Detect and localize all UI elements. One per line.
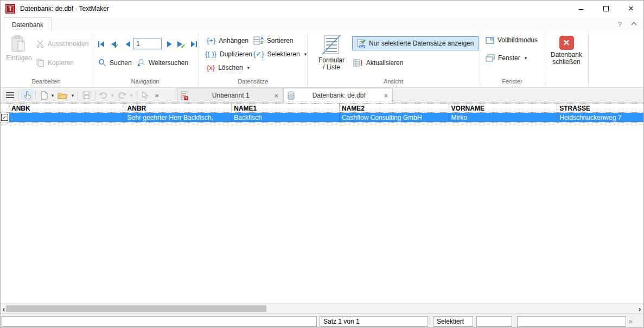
column-header-anbr[interactable]: ANBR bbox=[125, 104, 232, 112]
fenster-button[interactable]: Fenster ▾ bbox=[486, 54, 527, 62]
chevron-down-icon: ▾ bbox=[247, 65, 250, 70]
collapse-ribbon-button[interactable] bbox=[631, 22, 637, 25]
status-panel-record-count: Satz 1 von 1 bbox=[320, 316, 428, 327]
cell-name1[interactable]: Backfisch bbox=[232, 113, 340, 122]
minimize-icon: – bbox=[579, 6, 583, 11]
help-button[interactable]: ? bbox=[618, 20, 622, 28]
column-header-vorname[interactable]: VORNAME bbox=[449, 104, 558, 112]
sortieren-button[interactable]: AZ Sortieren bbox=[253, 36, 293, 45]
delete-record-icon: {x} bbox=[207, 63, 215, 72]
database-icon bbox=[287, 91, 295, 100]
toolbar-overflow-button[interactable]: » bbox=[152, 89, 161, 101]
loeschen-button[interactable]: {x} Löschen ▾ bbox=[207, 63, 250, 72]
horizontal-scrollbar[interactable]: ‹ › bbox=[1, 303, 643, 313]
toolbar-separator bbox=[35, 91, 36, 99]
suchen-label: Suchen bbox=[110, 59, 132, 67]
vollbildmodus-button[interactable]: Vollbildmodus bbox=[486, 36, 538, 44]
tab-unbenannt-1[interactable]: T Unbenannt 1 × bbox=[177, 88, 283, 103]
nur-selektierte-anzeigen-toggle[interactable]: Nur selektierte Datensätze anzeigen bbox=[352, 36, 479, 50]
status-panel-selektiert[interactable]: Selektiert bbox=[433, 316, 473, 327]
anhaengen-button[interactable]: {+} Anhängen bbox=[207, 36, 248, 44]
maximize-button[interactable] bbox=[594, 1, 619, 17]
ausschneiden-button[interactable]: Ausschneiden bbox=[36, 40, 88, 48]
scroll-right-arrow[interactable]: › bbox=[636, 304, 643, 313]
textmaker-document-icon: T bbox=[181, 91, 188, 100]
menu-button[interactable] bbox=[4, 89, 16, 101]
table-row[interactable]: ✓ Sehr geehrter Herr Backfisch, Backfisc… bbox=[1, 113, 643, 123]
sortieren-label: Sortieren bbox=[267, 37, 294, 44]
maximize-icon bbox=[603, 6, 609, 11]
last-record-button[interactable] bbox=[189, 38, 199, 49]
save-button[interactable] bbox=[80, 89, 92, 101]
close-database-icon: ✕ bbox=[559, 36, 574, 50]
cell-strasse[interactable]: Heidschnuckenweg 7 bbox=[557, 113, 643, 122]
tab-close-icon[interactable]: × bbox=[382, 92, 389, 100]
column-header-name2[interactable]: NAME2 bbox=[340, 104, 449, 112]
hand-icon bbox=[24, 91, 31, 99]
group-separator bbox=[588, 34, 589, 86]
vollbildmodus-label: Vollbildmodus bbox=[498, 36, 538, 44]
open-document-button[interactable] bbox=[56, 89, 69, 101]
new-document-dropdown[interactable]: ▾ bbox=[49, 89, 55, 101]
redo-dropdown[interactable]: ▾ bbox=[127, 89, 134, 101]
next-record-button[interactable] bbox=[164, 38, 174, 49]
undo-dropdown[interactable]: ▾ bbox=[109, 89, 115, 101]
duplizieren-button[interactable]: {( )} Duplizieren bbox=[205, 50, 252, 58]
ribbon: Einfügen Ausschneiden Kopieren Bearbeite… bbox=[1, 31, 643, 88]
selektieren-button[interactable]: {✓} Selektieren ▾ bbox=[253, 50, 307, 58]
grid-header-row: ANBK ANBR NAME1 NAME2 VORNAME STRASSE bbox=[1, 103, 643, 113]
touch-mode-button[interactable] bbox=[21, 89, 33, 101]
previous-record-button[interactable] bbox=[123, 38, 132, 49]
status-panel-empty-2 bbox=[517, 316, 626, 327]
suchen-button[interactable]: Suchen bbox=[98, 59, 132, 67]
kopieren-label: Kopieren bbox=[48, 59, 74, 67]
next-record-icon bbox=[167, 41, 173, 48]
chevron-down-icon: ▾ bbox=[111, 93, 114, 98]
minimize-button[interactable]: – bbox=[569, 1, 594, 17]
tab-close-icon[interactable]: × bbox=[273, 92, 279, 100]
weitersuchen-button[interactable]: Weitersuchen bbox=[137, 59, 188, 67]
datenbank-schliessen-button[interactable]: ✕ Datenbank schließen bbox=[545, 36, 588, 66]
tab-datenbank-de-dbf[interactable]: Datenbank: de.dbf × bbox=[283, 88, 393, 103]
new-document-button[interactable] bbox=[39, 89, 49, 101]
aktualisieren-button[interactable]: ! Aktualisieren bbox=[353, 59, 403, 67]
cell-anbr[interactable]: Sehr geehrter Herr Backfisch, bbox=[125, 113, 232, 122]
redo-button[interactable] bbox=[117, 89, 127, 101]
scissors-icon bbox=[36, 40, 44, 48]
cell-name2[interactable]: Cashflow Consulting GmbH bbox=[340, 113, 449, 122]
next-selected-record-button[interactable]: ✓ bbox=[175, 38, 185, 49]
record-navigation: ✓ ✓ bbox=[96, 38, 199, 50]
chevron-down-icon: ▾ bbox=[72, 93, 74, 98]
record-selector-cell[interactable]: ✓ bbox=[1, 113, 9, 122]
last-record-icon bbox=[190, 41, 197, 48]
kopieren-button[interactable]: Kopieren bbox=[36, 59, 74, 67]
group-label-ansicht: Ansicht bbox=[307, 78, 480, 85]
column-header-strasse[interactable]: STRASSE bbox=[557, 104, 643, 112]
cell-anbk[interactable] bbox=[9, 113, 125, 122]
close-icon: × bbox=[628, 4, 633, 14]
scrollbar-thumb[interactable] bbox=[6, 305, 266, 312]
first-record-button[interactable] bbox=[96, 38, 106, 49]
column-header-name1[interactable]: NAME1 bbox=[232, 104, 340, 112]
nur-selektierte-label: Nur selektierte Datensätze anzeigen bbox=[369, 40, 474, 47]
duplicate-record-icon: {( )} bbox=[205, 50, 216, 58]
formular-liste-button[interactable]: Formular / Liste bbox=[313, 34, 350, 71]
statusbar-overflow-button[interactable]: » bbox=[629, 318, 633, 325]
form-list-toggle-icon bbox=[321, 34, 342, 55]
close-button[interactable]: × bbox=[619, 1, 643, 17]
cell-vorname[interactable]: Mirko bbox=[449, 113, 558, 122]
undo-button[interactable] bbox=[98, 89, 109, 101]
fullscreen-icon bbox=[486, 37, 494, 44]
open-document-dropdown[interactable]: ▾ bbox=[69, 89, 75, 101]
tab-datenbank[interactable]: Datenbank bbox=[4, 17, 52, 31]
previous-selected-record-button[interactable]: ✓ bbox=[109, 38, 118, 49]
record-selector-header[interactable] bbox=[1, 104, 9, 112]
group-label-bearbeiten: Bearbeiten bbox=[1, 78, 92, 85]
record-checkbox[interactable]: ✓ bbox=[1, 114, 8, 121]
save-floppy-icon bbox=[82, 91, 91, 99]
einfuegen-button[interactable]: Einfügen bbox=[5, 35, 33, 62]
column-header-anbk[interactable]: ANBK bbox=[9, 104, 125, 112]
previous-record-icon bbox=[125, 41, 131, 48]
object-mode-button[interactable] bbox=[139, 89, 150, 101]
record-number-input[interactable] bbox=[133, 38, 162, 49]
